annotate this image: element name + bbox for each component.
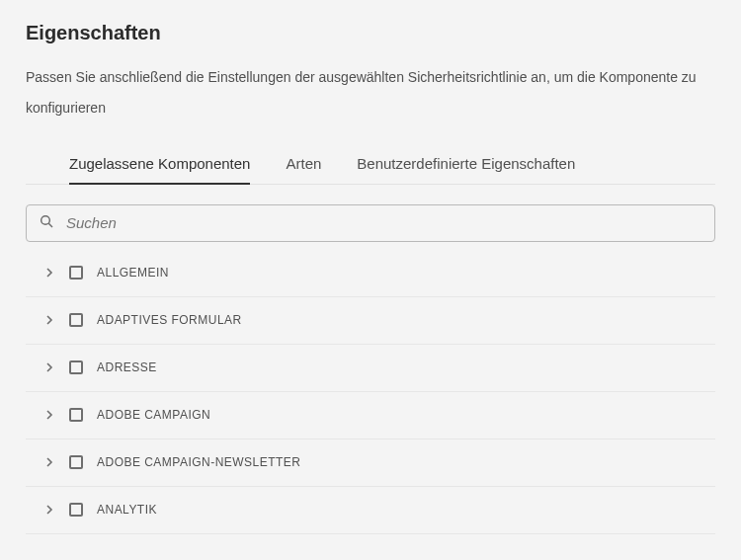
group-row: ADOBE CAMPAIGN (26, 392, 715, 440)
search-field[interactable] (26, 204, 715, 242)
chevron-right-icon[interactable] (41, 360, 57, 375)
chevron-right-icon[interactable] (41, 265, 57, 280)
tab-label: Zugelassene Komponenten (69, 155, 250, 172)
tab-allowed-components[interactable]: Zugelassene Komponenten (69, 147, 250, 184)
group-label: ADRESSE (97, 360, 157, 374)
group-row: ANALYTIK (26, 487, 715, 534)
svg-point-0 (41, 215, 50, 224)
group-row: ADAPTIVES FORMULAR (26, 297, 715, 345)
page-title: Eigenschaften (26, 22, 715, 44)
group-checkbox[interactable] (69, 408, 83, 422)
group-row: ADRESSE (26, 345, 715, 392)
group-checkbox[interactable] (69, 455, 83, 469)
search-icon (39, 213, 54, 233)
group-row: ADOBE CAMPAIGN-NEWSLETTER (26, 440, 715, 487)
group-checkbox[interactable] (69, 503, 83, 517)
chevron-right-icon[interactable] (41, 312, 57, 328)
page-description: Passen Sie anschließend die Einstellunge… (26, 62, 715, 123)
component-group-list: ALLGEMEIN ADAPTIVES FORMULAR ADRESSE ADO… (26, 250, 715, 534)
svg-line-1 (48, 223, 52, 227)
group-label: ADOBE CAMPAIGN-NEWSLETTER (97, 455, 300, 469)
group-label: ADAPTIVES FORMULAR (97, 313, 242, 327)
group-checkbox[interactable] (69, 360, 83, 374)
properties-panel: Eigenschaften Passen Sie anschließend di… (0, 0, 741, 534)
group-row: ALLGEMEIN (26, 250, 715, 297)
group-label: ALLGEMEIN (97, 266, 169, 280)
tab-bar: Zugelassene Komponenten Arten Benutzerde… (26, 147, 715, 185)
chevron-right-icon[interactable] (41, 502, 57, 518)
group-checkbox[interactable] (69, 266, 83, 280)
tab-label: Benutzerdefinierte Eigenschaften (357, 155, 575, 172)
tab-types[interactable]: Arten (286, 147, 321, 184)
tab-custom-properties[interactable]: Benutzerdefinierte Eigenschaften (357, 147, 575, 184)
chevron-right-icon[interactable] (41, 454, 57, 470)
group-label: ADOBE CAMPAIGN (97, 408, 210, 422)
group-checkbox[interactable] (69, 313, 83, 327)
chevron-right-icon[interactable] (41, 407, 57, 423)
group-label: ANALYTIK (97, 503, 157, 517)
tab-label: Arten (286, 155, 321, 172)
search-input[interactable] (64, 213, 702, 232)
